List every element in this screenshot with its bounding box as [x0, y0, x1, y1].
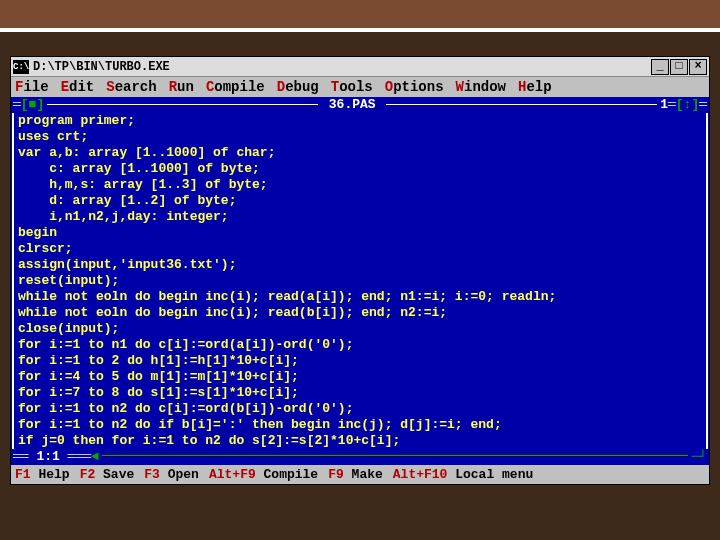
editor-frame-top: ═[■] 36.PAS 1═[↕]═	[11, 97, 709, 113]
menu-window[interactable]: Window	[456, 79, 506, 95]
menu-run[interactable]: Run	[169, 79, 194, 95]
hint-help[interactable]: F1 Help	[15, 467, 70, 482]
menu-edit[interactable]: Edit	[61, 79, 95, 95]
background-stripe	[0, 0, 720, 32]
maximize-button[interactable]: □	[670, 59, 688, 75]
menu-bar: File Edit Search Run Compile Debug Tools…	[11, 77, 709, 97]
turbo-pascal-window: C:\ D:\TP\BIN\TURBO.EXE _ □ × File Edit …	[10, 56, 710, 485]
editor-filename: 36.PAS	[321, 97, 383, 113]
scroll-indicator-icon[interactable]: [↕]	[676, 97, 699, 113]
window-title: D:\TP\BIN\TURBO.EXE	[33, 60, 650, 74]
code-editor[interactable]: program primer; uses crt; var a,b: array…	[12, 113, 708, 449]
menu-compile[interactable]: Compile	[206, 79, 265, 95]
editor-close-icon[interactable]: [■]	[21, 97, 44, 113]
minimize-button[interactable]: _	[651, 59, 669, 75]
hint-open[interactable]: F3 Open	[144, 467, 199, 482]
menu-tools[interactable]: Tools	[331, 79, 373, 95]
cursor-position: 1:1	[36, 449, 59, 465]
menu-search[interactable]: Search	[106, 79, 156, 95]
scroll-right-icon[interactable]: ─┘	[691, 449, 707, 465]
editor-frame-bottom: ══ 1:1 ═══ ◄ ─┘	[11, 449, 709, 465]
system-menu-icon[interactable]: C:\	[13, 60, 29, 74]
scroll-left-icon[interactable]: ◄	[91, 449, 99, 465]
menu-debug[interactable]: Debug	[277, 79, 319, 95]
hint-compile[interactable]: Alt+F9 Compile	[209, 467, 318, 482]
titlebar[interactable]: C:\ D:\TP\BIN\TURBO.EXE _ □ ×	[11, 57, 709, 77]
close-button[interactable]: ×	[689, 59, 707, 75]
hint-make[interactable]: F9 Make	[328, 467, 383, 482]
editor-window-number: 1	[660, 97, 668, 113]
editor-frame: ═[■] 36.PAS 1═[↕]═ program primer; uses …	[11, 97, 709, 465]
menu-help[interactable]: Help	[518, 79, 552, 95]
menu-options[interactable]: Options	[385, 79, 444, 95]
status-bar: F1 Help F2 Save F3 Open Alt+F9 Compile F…	[11, 465, 709, 484]
hint-save[interactable]: F2 Save	[80, 467, 135, 482]
hint-localmenu[interactable]: Alt+F10 Local menu	[393, 467, 533, 482]
menu-file[interactable]: File	[15, 79, 49, 95]
